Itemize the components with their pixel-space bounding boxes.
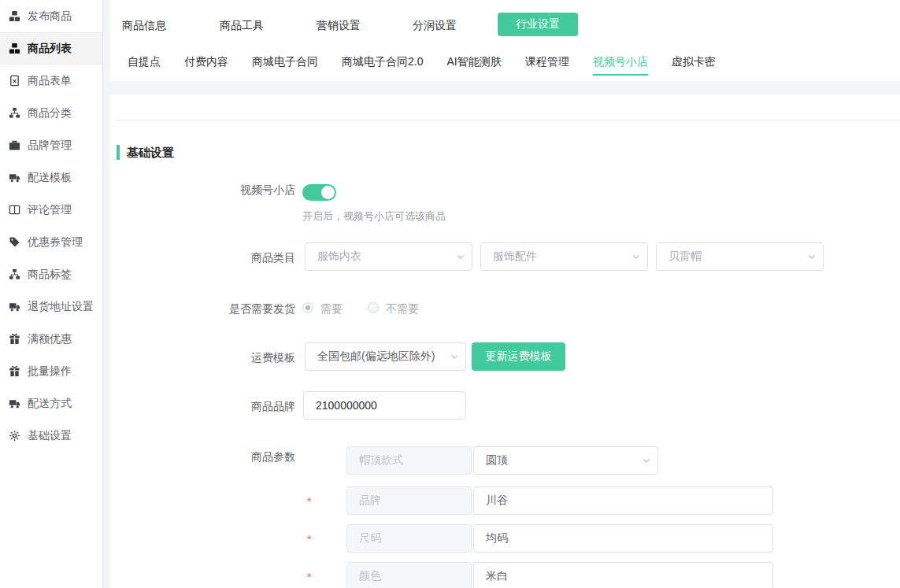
sidebar-item-basic-settings[interactable]: 基础设置 xyxy=(0,420,102,452)
truck-icon xyxy=(9,172,20,183)
sitemap-icon xyxy=(9,107,20,119)
columns-icon xyxy=(9,204,20,216)
sidebar-item-delivery-method[interactable]: 配送方式 xyxy=(0,387,102,420)
param-value-input-color[interactable] xyxy=(473,562,773,588)
briefcase-icon xyxy=(9,139,20,151)
radio-need-ship-no[interactable] xyxy=(368,302,379,313)
category-select-level3[interactable]: 贝雷帽 xyxy=(656,242,824,271)
sitemap-icon xyxy=(9,268,20,280)
sidebar-item-label: 批量操作 xyxy=(28,364,72,379)
update-freight-template-button[interactable]: 更新运费模板 xyxy=(472,342,565,371)
sidebar-item-product-form[interactable]: 商品表单 xyxy=(0,65,102,97)
truck-icon xyxy=(9,398,20,409)
freight-template-label: 运费模板 xyxy=(110,351,295,365)
sidebar-item-product-list[interactable]: 商品列表 xyxy=(0,32,102,65)
gift-icon xyxy=(9,365,20,377)
chevron-down-icon xyxy=(642,456,651,465)
sidebar-item-delivery-template[interactable]: 配送模板 xyxy=(0,161,102,194)
param-value-select-hat-style[interactable]: 圆顶 xyxy=(473,446,658,475)
tab-product-info[interactable]: 商品信息 xyxy=(122,19,166,31)
gift-icon xyxy=(9,333,20,345)
sidebar-item-product-tags[interactable]: 商品标签 xyxy=(0,258,102,290)
section-accent-bar xyxy=(117,145,120,160)
sidebar-item-label: 商品标签 xyxy=(28,268,72,282)
sidebar-item-label: 商品分类 xyxy=(28,106,72,120)
subtab-video-shop[interactable]: 视频号小店 xyxy=(593,52,648,76)
sidebar-item-brand-management[interactable]: 品牌管理 xyxy=(0,129,102,161)
param-name-input-size[interactable] xyxy=(346,524,472,553)
category-select-level1[interactable]: 服饰内衣 xyxy=(305,242,472,271)
subtab-ai-skin-test[interactable]: AI智能测肤 xyxy=(446,52,501,76)
sidebar-item-publish-product[interactable]: 发布商品 xyxy=(0,0,102,32)
required-asterisk: * xyxy=(307,571,315,583)
subtab-course-management[interactable]: 课程管理 xyxy=(525,52,569,76)
radio-need-ship-yes-label[interactable]: 需要 xyxy=(320,302,343,316)
required-asterisk: * xyxy=(307,533,315,545)
param-value-select-text: 圆顶 xyxy=(486,453,508,468)
category-select-level2[interactable]: 服饰配件 xyxy=(480,242,648,271)
sidebar-item-label: 品牌管理 xyxy=(28,139,72,153)
required-asterisk: * xyxy=(307,495,315,508)
freight-template-select[interactable]: 全国包邮(偏远地区除外) xyxy=(305,342,466,371)
video-shop-help-text: 开启后，视频号小店可选该商品 xyxy=(302,209,446,224)
tab-product-tools[interactable]: 商品工具 xyxy=(220,19,264,31)
sidebar-item-label: 配送模板 xyxy=(28,171,72,185)
category-select-level2-value: 服饰配件 xyxy=(493,250,537,264)
sidebar-item-product-category[interactable]: 商品分类 xyxy=(0,97,102,129)
chevron-down-icon xyxy=(456,252,465,261)
subtab-paid-content[interactable]: 付费内容 xyxy=(184,52,228,76)
sidebar-item-label: 满额优惠 xyxy=(28,332,72,346)
divider xyxy=(117,120,900,120)
subtab-virtual-card[interactable]: 虚拟卡密 xyxy=(672,52,716,76)
toggle-knob xyxy=(321,186,335,199)
section-title: 基础设置 xyxy=(127,146,174,161)
param-name-input-brand[interactable] xyxy=(346,486,472,515)
settings-panel: 基础设置 视频号小店 开启后，视频号小店可选该商品 商品类目 服饰内衣 服饰配件… xyxy=(110,94,900,588)
sidebar-item-full-discount[interactable]: 满额优惠 xyxy=(0,323,102,355)
sidebar-item-label: 发布商品 xyxy=(28,9,72,24)
sidebar-item-comment-management[interactable]: 评论管理 xyxy=(0,194,102,226)
subtabs-row: 自提点 付费内容 商城电子合同 商城电子合同2.0 AI智能测肤 课程管理 视频… xyxy=(128,52,716,76)
sidebar-item-label: 商品表单 xyxy=(28,74,72,88)
cubes-icon xyxy=(9,10,20,22)
subtab-pickup-point[interactable]: 自提点 xyxy=(128,52,161,76)
param-name-input-hat-style[interactable] xyxy=(346,446,472,475)
category-select-level1-value: 服饰内衣 xyxy=(317,250,361,264)
sidebar-item-label: 商品列表 xyxy=(28,42,72,56)
cubes-icon xyxy=(9,43,20,54)
sidebar-item-batch-operation[interactable]: 批量操作 xyxy=(0,355,102,387)
truck-icon xyxy=(9,301,20,312)
param-value-input-brand[interactable] xyxy=(473,486,773,515)
freight-template-value: 全国包邮(偏远地区除外) xyxy=(317,349,435,364)
category-label: 商品类目 xyxy=(110,251,295,265)
sidebar: 发布商品 商品列表 商品表单 商品分类 品牌管理 配送模板 评论管理 优惠券管理… xyxy=(0,0,103,588)
tab-industry-settings[interactable]: 行业设置 xyxy=(498,13,578,36)
chevron-down-icon xyxy=(807,252,817,261)
product-brand-input[interactable] xyxy=(303,391,466,420)
sidebar-item-label: 优惠券管理 xyxy=(28,235,83,250)
tag-icon xyxy=(9,236,20,248)
video-shop-toggle[interactable] xyxy=(302,184,336,201)
sidebar-item-label: 退货地址设置 xyxy=(28,300,94,314)
tab-marketing-settings[interactable]: 营销设置 xyxy=(317,19,361,31)
sidebar-item-label: 评论管理 xyxy=(28,203,72,217)
product-brand-label: 商品品牌 xyxy=(110,400,295,414)
file-x-icon xyxy=(9,75,20,87)
chevron-down-icon xyxy=(450,352,459,361)
radio-need-ship-no-label[interactable]: 不需要 xyxy=(386,302,419,316)
sidebar-item-label: 基础设置 xyxy=(28,429,72,443)
sidebar-item-return-address[interactable]: 退货地址设置 xyxy=(0,290,102,323)
param-name-input-color[interactable] xyxy=(346,562,472,588)
tab-profit-settings[interactable]: 分润设置 xyxy=(413,19,457,31)
sidebar-item-label: 配送方式 xyxy=(28,397,72,411)
gear-icon xyxy=(9,430,20,442)
tabs-header: 商品信息 商品工具 营销设置 分润设置 行业设置 自提点 付费内容 商城电子合同… xyxy=(110,0,900,81)
subtab-mall-econtract[interactable]: 商城电子合同 xyxy=(252,52,318,76)
sidebar-item-coupon-management[interactable]: 优惠券管理 xyxy=(0,226,102,258)
param-value-input-size[interactable] xyxy=(473,524,773,553)
product-params-label: 商品参数 xyxy=(110,450,295,464)
need-ship-label: 是否需要发货 xyxy=(110,302,295,316)
radio-need-ship-yes[interactable] xyxy=(302,302,313,313)
chevron-down-icon xyxy=(631,252,641,261)
subtab-mall-econtract-2[interactable]: 商城电子合同2.0 xyxy=(342,52,423,76)
